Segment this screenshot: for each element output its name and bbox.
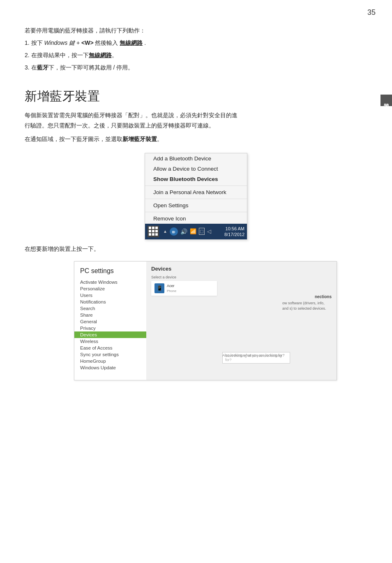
connections-desc: ow software (drivers, info, and s) to se… <box>282 301 332 311</box>
intro-line2: 2. 在搜尋結果中，按一下無線網路。 <box>25 49 367 61</box>
menu-item-show-bluetooth[interactable]: Show Bluetooth Devices <box>145 174 247 184</box>
menu-item-allow-device[interactable]: Allow a Device to Connect <box>145 164 247 174</box>
device-card[interactable]: 📱 Acer Phone <box>151 281 217 296</box>
sidebar-item-general[interactable]: General <box>80 318 146 325</box>
sidebar-item-activate-windows[interactable]: Activate Windows <box>80 279 146 285</box>
sidebar-item-devices[interactable]: Devices <box>74 331 146 338</box>
sidebar-item-wireless[interactable]: Wireless <box>80 338 146 345</box>
connections-label: nections <box>315 294 332 299</box>
sidebar-item-notifications[interactable]: Notifications <box>80 299 146 305</box>
sidebar-item-users[interactable]: Users <box>80 292 146 299</box>
sidebar-item-ease-of-access[interactable]: Ease of Access <box>80 345 146 351</box>
intro-section: 若要停用電腦的藍牙轉接器，請執行下列動作： 1. 按下 Windows 鍵 + … <box>25 25 367 73</box>
start-button[interactable] <box>148 226 159 237</box>
intro-line1: 1. 按下 Windows 鍵 + <W> 然後輸入 無線網路 . <box>25 37 367 49</box>
sidebar-item-personalize[interactable]: Personalize <box>80 285 146 292</box>
section-heading: 新增藍牙裝置 <box>25 88 367 105</box>
sidebar-item-homegroup[interactable]: HomeGroup <box>80 358 146 364</box>
select-device-label: Select a device <box>151 275 332 279</box>
bluetooth-tray-icon[interactable]: ⎄ <box>170 227 178 236</box>
device-icon: 📱 <box>154 283 164 293</box>
taskbar-time: 10:56 AM 8/17/2012 <box>224 226 244 238</box>
menu-item-add-bluetooth[interactable]: Add a Bluetooth Device <box>145 153 247 164</box>
side-tab: 繁體中文 <box>380 95 392 106</box>
menu-divider-2 <box>145 199 247 199</box>
page-number: 35 <box>367 8 376 17</box>
pc-settings-sidebar: PC settings Activate WindowsPersonalizeU… <box>74 262 146 380</box>
expand-arrow-icon[interactable]: ▲ <box>163 229 167 234</box>
context-menu-screenshot: Add a Bluetooth Device Allow a Device to… <box>25 153 367 240</box>
intro-line3: 3. 在藍牙下，按一下即可將其啟用 / 停用。 <box>25 62 367 73</box>
menu-divider <box>145 185 247 186</box>
pc-settings-nav: Activate WindowsPersonalizeUsersNotifica… <box>80 279 146 371</box>
battery-icon[interactable]: ◁ <box>207 228 211 234</box>
menu-item-join-pan[interactable]: Join a Personal Area Network <box>145 187 247 197</box>
action-center-icon[interactable]: □ <box>199 228 205 235</box>
intro-line0: 若要停用電腦的藍牙轉接器，請執行下列動作： <box>25 25 367 36</box>
sidebar-item-windows-update[interactable]: Windows Update <box>80 364 146 371</box>
volume-icon[interactable]: 🔊 <box>180 228 187 235</box>
context-menu: Add a Bluetooth Device Allow a Device to… <box>145 153 247 240</box>
also-section: Also looking what you are looking for? <box>222 353 288 357</box>
menu-item-open-settings[interactable]: Open Settings <box>145 200 247 211</box>
sidebar-item-share[interactable]: Share <box>80 312 146 318</box>
start-grid <box>149 227 158 236</box>
pc-settings-title: PC settings <box>80 267 146 275</box>
body-text-2: 在通知區域，按一下藍牙圖示，並選取新增藍牙裝置。 <box>25 134 367 145</box>
taskbar: ▲ ⎄ 🔊 📶 □ ◁ 10:56 AM 8/17/2012 <box>145 224 247 239</box>
sidebar-item-search[interactable]: Search <box>80 305 146 312</box>
instruction-line: 在想要新增的裝置上按一下。 <box>25 246 367 253</box>
body-text-1: 每個新裝置皆需先與電腦的藍牙轉接器「配對」。也就是說，必須先針對安全目的進 行驗… <box>25 111 367 131</box>
pc-settings-content: Devices Select a device 📱 Acer Phone nec… <box>146 262 337 380</box>
network-icon[interactable]: 📶 <box>190 228 196 234</box>
menu-divider-3 <box>145 212 247 212</box>
menu-item-remove-icon[interactable]: Remove Icon <box>145 213 247 224</box>
sidebar-item-privacy[interactable]: Privacy <box>80 325 146 331</box>
device-label: Acer Phone <box>167 283 176 293</box>
sidebar-item-sync-your-settings[interactable]: Sync your settings <box>80 351 146 358</box>
content-title: Devices <box>151 266 332 272</box>
taskbar-notification-icons: ▲ ⎄ 🔊 📶 □ ◁ <box>163 227 211 236</box>
pc-settings-screenshot: PC settings Activate WindowsPersonalizeU… <box>74 261 337 380</box>
